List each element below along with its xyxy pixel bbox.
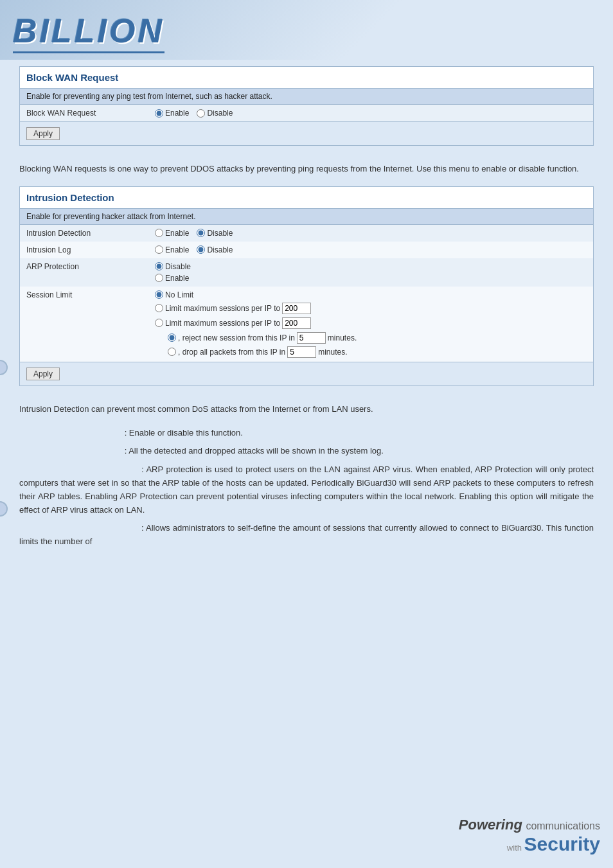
session-limit-max-2-option[interactable]: Limit maximum sessions per IP to <box>155 317 587 329</box>
session-reject-option[interactable]: , reject new session from this IP in min… <box>168 332 587 344</box>
block-wan-description: Blocking WAN requests is one way to prev… <box>19 156 594 186</box>
block-wan-enable-radio[interactable] <box>155 109 163 118</box>
block-wan-radio-group: Enable Disable <box>155 109 587 118</box>
session-limit-label: Session Limit <box>20 287 148 362</box>
block-wan-disable-radio[interactable] <box>197 109 205 118</box>
intrusion-detection-disable-label: Disable <box>207 229 233 238</box>
intrusion-desc2: : Enable or disable this function. <box>19 427 594 440</box>
table-row: Block WAN Request Enable Disable <box>20 105 593 121</box>
intrusion-desc3-text: : All the detected and dropped attacks w… <box>125 446 384 456</box>
session-limit-max-2-radio[interactable] <box>155 319 163 327</box>
block-wan-row-label: Block WAN Request <box>20 105 148 121</box>
session-reject-input[interactable] <box>297 332 326 344</box>
block-wan-disable-option[interactable]: Disable <box>197 109 233 118</box>
session-reject-minutes: minutes. <box>328 333 357 342</box>
arp-protection-cell: Disable Enable <box>148 258 593 287</box>
block-wan-subtitle: Enable for preventing any ping test from… <box>20 89 593 105</box>
session-no-limit-radio[interactable] <box>155 290 163 299</box>
intrusion-apply-button[interactable]: Apply <box>26 368 60 380</box>
intrusion-desc3: : All the detected and dropped attacks w… <box>19 445 594 458</box>
block-wan-disable-label: Disable <box>207 109 233 118</box>
intrusion-log-disable-option[interactable]: Disable <box>197 245 233 254</box>
session-drop-input[interactable] <box>287 346 316 358</box>
intrusion-detection-label: Intrusion Detection <box>20 225 148 242</box>
intrusion-title: Intrusion Detection <box>20 187 593 209</box>
intrusion-detection-disable-option[interactable]: Disable <box>197 229 233 238</box>
footer-powering-label: Powering <box>459 817 522 833</box>
block-wan-enable-option[interactable]: Enable <box>155 109 189 118</box>
intrusion-apply-row: Apply <box>20 362 593 385</box>
intrusion-detection-enable-option[interactable]: Enable <box>155 229 189 238</box>
session-drop-minutes: minutes. <box>318 348 347 357</box>
session-limit-cell: No Limit Limit maximum sessions per IP t… <box>148 287 593 362</box>
intrusion-desc1: Intrusion Detection can prevent most com… <box>19 396 594 427</box>
session-sub-indent: , reject new session from this IP in min… <box>168 332 587 358</box>
table-row: Intrusion Log Enable Disable <box>20 242 593 258</box>
block-wan-title: Block WAN Request <box>20 67 593 89</box>
session-limit-max-1-input[interactable] <box>282 303 311 314</box>
header: BILLION <box>0 0 613 60</box>
session-reject-text: , reject new session from this IP in <box>178 333 295 342</box>
block-wan-radio-cell: Enable Disable <box>148 105 593 121</box>
logo: BILLION <box>13 12 164 53</box>
table-row: Intrusion Detection Enable Disable <box>20 225 593 242</box>
intrusion-log-cell: Enable Disable <box>148 242 593 258</box>
arp-disable-label: Disable <box>165 262 191 271</box>
intrusion-log-disable-label: Disable <box>207 245 233 254</box>
intrusion-detection-enable-label: Enable <box>165 229 189 238</box>
intrusion-desc5-text: : Allows administrators to self-define t… <box>19 523 594 546</box>
intrusion-detection-disable-radio[interactable] <box>197 229 205 237</box>
arp-enable-option[interactable]: Enable <box>155 274 587 283</box>
arp-disable-radio[interactable] <box>155 262 163 270</box>
intrusion-table: Intrusion Detection Enable Disable <box>20 225 593 362</box>
arp-enable-label: Enable <box>165 274 189 283</box>
intrusion-log-enable-label: Enable <box>165 245 189 254</box>
session-limit-max-1-radio[interactable] <box>155 304 163 312</box>
block-wan-table: Block WAN Request Enable Disable <box>20 105 593 121</box>
intrusion-section: Intrusion Detection Enable for preventin… <box>19 186 594 386</box>
footer-communications-label: communications <box>526 820 600 831</box>
arp-enable-radio[interactable] <box>155 274 163 282</box>
intrusion-desc4: : ARP protection is used to protect user… <box>19 463 594 517</box>
session-drop-radio[interactable] <box>168 348 176 356</box>
arp-radio-group: Disable Enable <box>155 262 587 283</box>
arp-disable-option[interactable]: Disable <box>155 262 587 271</box>
session-drop-text: , drop all packets from this IP in <box>178 348 285 357</box>
session-limit-max-1-option[interactable]: Limit maximum sessions per IP to <box>155 303 587 314</box>
session-limit-max-2-text: Limit maximum sessions per IP to <box>165 319 280 328</box>
intrusion-desc4-text: : ARP protection is used to protect user… <box>19 465 594 514</box>
session-limit-max-2-input[interactable] <box>282 317 311 329</box>
main-content: Block WAN Request Enable for preventing … <box>0 60 613 573</box>
intrusion-log-enable-option[interactable]: Enable <box>155 245 189 254</box>
footer-brand: Powering communications with Security <box>459 817 600 855</box>
intrusion-log-disable-radio[interactable] <box>197 245 205 254</box>
intrusion-detection-cell: Enable Disable <box>148 225 593 242</box>
block-wan-apply-row: Apply <box>20 121 593 145</box>
session-limit-max-1-text: Limit maximum sessions per IP to <box>165 304 280 313</box>
table-row: ARP Protection Disable Enable <box>20 258 593 287</box>
footer-with-line: with Security <box>459 833 600 855</box>
session-no-limit-label: No Limit <box>165 290 193 299</box>
intrusion-detection-enable-radio[interactable] <box>155 229 163 237</box>
intrusion-desc2-text: : Enable or disable this function. <box>125 428 243 438</box>
intrusion-desc5: : Allows administrators to self-define t… <box>19 522 594 549</box>
session-limit-options: No Limit Limit maximum sessions per IP t… <box>155 290 587 358</box>
session-reject-radio[interactable] <box>168 333 176 342</box>
intrusion-detection-radio-group: Enable Disable <box>155 229 587 238</box>
footer-with-label: with <box>507 843 522 853</box>
block-wan-apply-button[interactable]: Apply <box>26 127 60 140</box>
arp-protection-label: ARP Protection <box>20 258 148 287</box>
intrusion-log-enable-radio[interactable] <box>155 245 163 254</box>
table-row: Session Limit No Limit Limit maximum ses… <box>20 287 593 362</box>
footer-security-label: Security <box>524 833 600 855</box>
block-wan-section: Block WAN Request Enable for preventing … <box>19 66 594 146</box>
session-no-limit-option[interactable]: No Limit <box>155 290 587 299</box>
intrusion-log-label: Intrusion Log <box>20 242 148 258</box>
session-drop-option[interactable]: , drop all packets from this IP in minut… <box>168 346 587 358</box>
intrusion-subtitle: Enable for preventing hacker attack from… <box>20 209 593 225</box>
intrusion-log-radio-group: Enable Disable <box>155 245 587 254</box>
footer-powering-line: Powering communications <box>459 817 600 833</box>
block-wan-enable-label: Enable <box>165 109 189 118</box>
